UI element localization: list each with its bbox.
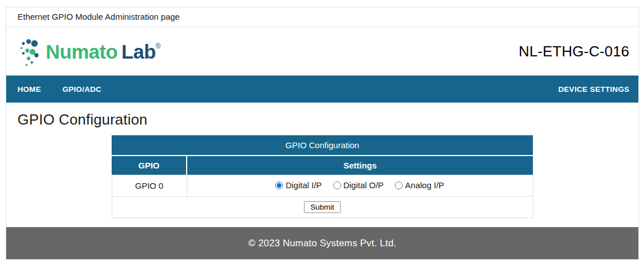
radio-option-analog-ip[interactable]: Analog I/P xyxy=(395,180,444,190)
table-row: GPIO 0 Digital I/P Digital O/P xyxy=(112,175,533,197)
submit-row: Submit xyxy=(112,197,533,218)
numato-lab-logo: NumatoLab® xyxy=(17,35,160,68)
logo-wordmark: NumatoLab® xyxy=(46,42,160,61)
logo-word-numato: Numato xyxy=(46,41,117,63)
column-header-settings: Settings xyxy=(187,156,533,175)
gpio-configuration-table: GPIO Configuration GPIO Settings GPIO 0 … xyxy=(112,135,533,218)
table-title: GPIO Configuration xyxy=(112,135,533,156)
main-navigation: HOME GPIO/ADC DEVICE SETTINGS xyxy=(6,76,638,103)
gpio0-mode-radio-group: Digital I/P Digital O/P Analog I/P xyxy=(270,180,449,190)
digital-op-radio[interactable] xyxy=(333,181,341,189)
nav-item-device-settings[interactable]: DEVICE SETTINGS xyxy=(558,85,629,94)
digital-ip-radio[interactable] xyxy=(275,181,283,189)
admin-page-title: Ethernet GPIO Module Administration page xyxy=(6,7,638,27)
logo-word-lab: Lab xyxy=(121,41,156,63)
page-title: GPIO Configuration xyxy=(17,111,627,128)
registered-trademark-symbol: ® xyxy=(156,42,160,50)
submit-button[interactable]: Submit xyxy=(304,201,340,213)
device-model-number: NL-ETHG-C-016 xyxy=(519,43,629,60)
radio-label: Digital O/P xyxy=(343,180,384,190)
header: NumatoLab® NL-ETHG-C-016 xyxy=(6,27,638,76)
column-header-gpio: GPIO xyxy=(112,156,187,175)
radio-label: Digital I/P xyxy=(285,180,321,190)
submit-cell: Submit xyxy=(112,197,533,218)
radio-option-digital-ip[interactable]: Digital I/P xyxy=(275,180,321,190)
gpio-cell: GPIO 0 xyxy=(112,175,187,197)
radio-option-digital-op[interactable]: Digital O/P xyxy=(333,180,384,190)
nav-item-home[interactable]: HOME xyxy=(17,85,41,94)
logo-dots-icon xyxy=(17,35,42,68)
settings-cell: Digital I/P Digital O/P Analog I/P xyxy=(187,175,533,197)
main-content: GPIO Configuration GPIO Configuration GP… xyxy=(6,103,638,227)
nav-item-gpio-adc[interactable]: GPIO/ADC xyxy=(63,85,102,94)
page-frame: Ethernet GPIO Module Administration page xyxy=(6,7,639,260)
footer: © 2023 Numato Systems Pvt. Ltd. xyxy=(6,227,638,259)
radio-label: Analog I/P xyxy=(405,180,444,190)
analog-ip-radio[interactable] xyxy=(395,181,403,189)
